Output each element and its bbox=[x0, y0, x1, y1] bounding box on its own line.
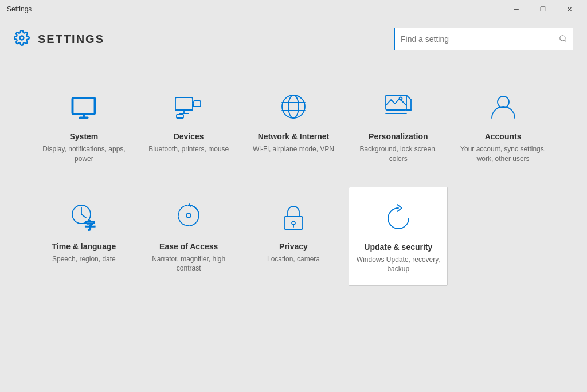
network-name: Network & Internet bbox=[258, 132, 329, 141]
network-desc: Wi-Fi, airplane mode, VPN bbox=[253, 144, 334, 154]
svg-rect-3 bbox=[73, 98, 95, 114]
time-desc: Speech, region, date bbox=[52, 254, 116, 264]
svg-point-0 bbox=[20, 36, 24, 40]
devices-desc: Bluetooth, printers, mouse bbox=[148, 144, 229, 154]
time-icon: 字 bbox=[65, 198, 102, 235]
titlebar-controls: ─ ❐ ✕ bbox=[503, 0, 582, 18]
svg-point-16 bbox=[288, 95, 299, 118]
setting-item-devices[interactable]: Devices Bluetooth, printers, mouse bbox=[139, 77, 238, 175]
search-box[interactable] bbox=[394, 28, 573, 50]
ease-desc: Narrator, magnifier, high contrast bbox=[145, 254, 233, 274]
privacy-desc: Location, camera bbox=[267, 254, 320, 264]
system-icon bbox=[65, 88, 102, 125]
settings-grid: System Display, notifications, apps, pow… bbox=[34, 77, 553, 286]
accounts-desc: Your account, sync settings, work, other… bbox=[459, 144, 547, 164]
close-button[interactable]: ✕ bbox=[556, 0, 582, 18]
header-left: SETTINGS bbox=[14, 30, 104, 48]
accounts-icon bbox=[485, 88, 522, 125]
time-name: Time & language bbox=[52, 242, 116, 251]
main-content: System Display, notifications, apps, pow… bbox=[0, 60, 587, 303]
personalization-icon bbox=[380, 88, 417, 125]
header: SETTINGS bbox=[0, 18, 587, 60]
maximize-button[interactable]: ❐ bbox=[530, 0, 556, 18]
setting-item-network[interactable]: Network & Internet Wi-Fi, airplane mode,… bbox=[244, 77, 343, 175]
svg-point-25 bbox=[498, 96, 509, 108]
setting-item-system[interactable]: System Display, notifications, apps, pow… bbox=[34, 77, 134, 175]
svg-text:字: 字 bbox=[85, 219, 96, 232]
svg-rect-7 bbox=[194, 101, 201, 107]
page-title: SETTINGS bbox=[38, 33, 104, 46]
privacy-icon bbox=[275, 198, 312, 235]
setting-item-ease[interactable]: Ease of Access Narrator, magnifier, high… bbox=[139, 187, 238, 287]
ease-name: Ease of Access bbox=[159, 242, 218, 251]
setting-item-accounts[interactable]: Accounts Your account, sync settings, wo… bbox=[453, 77, 553, 175]
ease-icon bbox=[170, 198, 207, 235]
devices-icon bbox=[170, 88, 207, 125]
titlebar: Settings ─ ❐ ✕ bbox=[0, 0, 587, 18]
update-desc: Windows Update, recovery, backup bbox=[355, 255, 441, 275]
setting-item-personalization[interactable]: Personalization Background, lock screen,… bbox=[349, 77, 448, 175]
minimize-button[interactable]: ─ bbox=[503, 0, 530, 18]
accounts-name: Accounts bbox=[485, 132, 522, 141]
update-icon bbox=[380, 199, 417, 236]
svg-line-22 bbox=[406, 95, 411, 100]
settings-gear-icon bbox=[14, 30, 30, 48]
setting-item-time[interactable]: 字 Time & language Speech, region, date bbox=[34, 187, 134, 287]
titlebar-title: Settings bbox=[7, 5, 32, 13]
privacy-name: Privacy bbox=[279, 242, 308, 251]
svg-point-20 bbox=[399, 97, 402, 100]
svg-point-1 bbox=[560, 35, 565, 40]
svg-rect-6 bbox=[175, 97, 193, 110]
search-input[interactable] bbox=[401, 34, 559, 44]
setting-item-update[interactable]: Update & security Windows Update, recove… bbox=[349, 187, 448, 287]
devices-name: Devices bbox=[174, 132, 204, 141]
svg-line-2 bbox=[565, 40, 566, 41]
svg-point-29 bbox=[186, 213, 191, 218]
personalization-name: Personalization bbox=[369, 132, 428, 141]
system-name: System bbox=[69, 132, 98, 141]
svg-rect-11 bbox=[177, 115, 183, 118]
update-name: Update & security bbox=[364, 242, 432, 252]
svg-point-15 bbox=[282, 95, 305, 118]
setting-item-privacy[interactable]: Privacy Location, camera bbox=[244, 187, 343, 287]
personalization-desc: Background, lock screen, colors bbox=[354, 144, 442, 164]
system-desc: Display, notifications, apps, power bbox=[40, 144, 128, 164]
network-icon bbox=[275, 88, 312, 125]
search-icon bbox=[559, 34, 567, 44]
